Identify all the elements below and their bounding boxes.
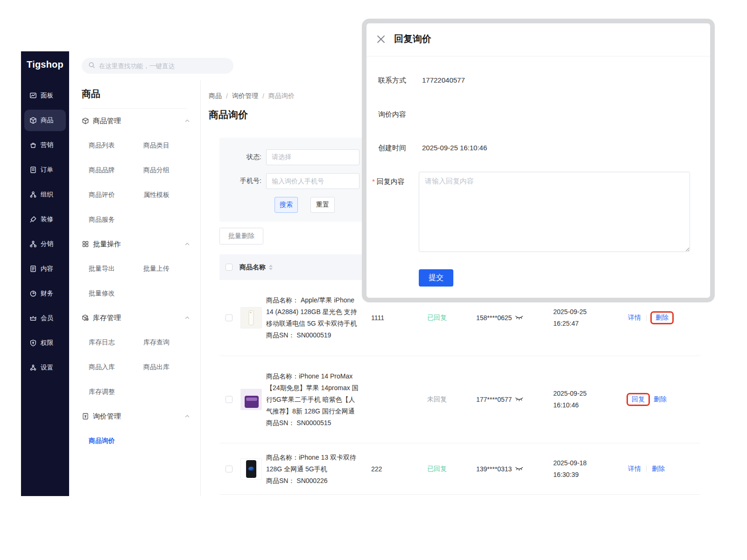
breadcrumb: 商品 / 询价管理 / 商品询价 (209, 92, 295, 100)
submit-button[interactable]: 提交 (419, 269, 453, 287)
search-button[interactable]: 搜索 (275, 197, 298, 213)
created-time-label: 创建时间 (378, 144, 412, 153)
crown-icon (29, 315, 37, 322)
sidebar-item-content[interactable]: 内容 (24, 258, 66, 280)
submenu-title: 商品 (82, 88, 200, 100)
column-header-product-name: 商品名称 (240, 263, 266, 272)
product-thumbnail (240, 307, 262, 329)
inquiry-count: 1111 (371, 314, 384, 322)
phone-input[interactable] (272, 177, 354, 185)
actions-cell: 回复 删除 (628, 395, 667, 404)
delete-link[interactable]: 删除 (652, 465, 665, 473)
divider (646, 315, 647, 321)
bulk-delete-button[interactable]: 批量删除 (219, 228, 263, 245)
reset-button[interactable]: 重置 (310, 197, 335, 213)
sidebar-item-organization[interactable]: 组织 (24, 184, 66, 205)
submenu-item-batch-modify[interactable]: 批量修改 (89, 281, 143, 306)
contact-label: 联系方式 (378, 76, 412, 85)
submenu-section-inquiry-management[interactable]: 询价管理 (82, 404, 190, 428)
submenu-section-product-management[interactable]: 商品管理 (82, 109, 190, 133)
page-title: 商品询价 (209, 108, 248, 121)
required-asterisk: * (372, 177, 375, 185)
box-gear-icon (82, 314, 89, 322)
delete-link-annotated[interactable]: 删除 (650, 311, 674, 324)
submenu-item-product-outbound[interactable]: 商品出库 (143, 355, 200, 379)
close-icon[interactable] (376, 34, 386, 44)
app-logo[interactable]: Tigshop (21, 51, 69, 77)
delete-link[interactable]: 删除 (654, 395, 667, 404)
status-select[interactable]: 请选择 (266, 149, 359, 165)
product-sn: 商品SN： SN0000515 (266, 417, 359, 429)
submenu-item-product-brands[interactable]: 商品品牌 (89, 158, 143, 182)
sidebar-item-distribution[interactable]: 分销 (24, 233, 66, 255)
row-checkbox[interactable] (226, 396, 233, 403)
search-icon (88, 62, 95, 70)
breadcrumb-inquiry-management[interactable]: 询价管理 (232, 92, 258, 100)
sidebar-item-decoration[interactable]: 装修 (24, 209, 66, 230)
sidebar-item-marketing[interactable]: 营销 (24, 134, 66, 156)
submenu-item-product-inquiry[interactable]: 商品询价 (89, 428, 143, 453)
reply-content-label: 回复内容 (377, 177, 410, 186)
sidebar-item-label: 设置 (41, 364, 53, 372)
status-badge: 未回复 (427, 395, 447, 404)
submenu-item-inventory-query[interactable]: 库存查询 (143, 330, 200, 355)
global-search-input[interactable] (99, 63, 227, 70)
reply-content-textarea[interactable] (419, 172, 690, 252)
submenu-item-inventory-log[interactable]: 库存日志 (89, 330, 143, 355)
sidebar-item-settings[interactable]: 设置 (24, 357, 66, 378)
sidebar-item-label: 会员 (41, 314, 53, 322)
table-row: 商品名称：iPhone 14 ProMax【24期免息】苹果 14promax … (219, 356, 700, 443)
sidebar-item-finance[interactable]: 财务 (24, 283, 66, 304)
submenu-item-product-reviews[interactable]: 商品评价 (89, 182, 143, 207)
submenu-item-product-list[interactable]: 商品列表 (89, 133, 143, 158)
eye-closed-icon[interactable] (515, 315, 523, 320)
time-cell: 2025-09-25 16:10:46 (553, 388, 587, 411)
sort-icon[interactable] (269, 265, 273, 270)
submenu-item-product-services[interactable]: 商品服务 (89, 207, 143, 232)
status-badge: 已回复 (427, 314, 447, 322)
detail-link[interactable]: 详情 (628, 465, 641, 473)
sidebar-item-label: 分销 (41, 240, 53, 248)
sidebar-item-members[interactable]: 会员 (24, 308, 66, 329)
time-cell: 2025-09-25 16:25:47 (553, 306, 587, 329)
submenu-items: 商品列表 商品类目 商品品牌 商品分组 商品评价 属性模板 商品服务 (89, 133, 200, 232)
sidebar-item-label: 权限 (41, 339, 53, 347)
row-checkbox[interactable] (226, 465, 233, 472)
sidebar-item-dashboard[interactable]: 面板 (24, 85, 66, 106)
secondary-sidebar: 商品 商品管理 商品列表 商品类目 商品品牌 商品分组 商品评价 属性模板 商品… (69, 80, 201, 496)
row-checkbox[interactable] (226, 315, 233, 322)
submenu-item-product-categories[interactable]: 商品类目 (143, 133, 200, 158)
org-nodes-icon (29, 191, 37, 198)
inquiry-count: 222 (371, 465, 382, 473)
submenu-item-product-inbound[interactable]: 商品入库 (89, 355, 143, 379)
grid-squares-icon (82, 240, 89, 248)
eye-closed-icon[interactable] (515, 397, 523, 402)
select-all-checkbox[interactable] (226, 264, 233, 271)
chevron-up-icon (184, 241, 190, 247)
submenu-item-batch-export[interactable]: 批量导出 (89, 256, 143, 281)
shield-key-icon (29, 339, 37, 347)
detail-link[interactable]: 详情 (628, 314, 641, 322)
actions-cell: 详情 删除 (628, 314, 672, 322)
submenu-section-inventory-management[interactable]: 库存管理 (82, 306, 190, 330)
sidebar-item-orders[interactable]: 订单 (24, 159, 66, 181)
global-search[interactable] (82, 58, 233, 74)
submenu-item-product-groups[interactable]: 商品分组 (143, 158, 200, 182)
sidebar-item-label: 组织 (41, 190, 53, 199)
sidebar-item-products[interactable]: 商品 (24, 110, 66, 131)
reply-link-annotated[interactable]: 回复 (627, 393, 650, 406)
product-thumbnail (240, 389, 262, 410)
sidebar-item-permissions[interactable]: 权限 (24, 332, 66, 354)
submenu-section-batch-operations[interactable]: 批量操作 (82, 232, 190, 256)
submenu-item-inventory-adjust[interactable]: 库存调整 (89, 379, 143, 404)
breadcrumb-products[interactable]: 商品 (209, 92, 222, 100)
eye-closed-icon[interactable] (515, 467, 523, 471)
sidebar-item-label: 营销 (41, 141, 53, 149)
submenu-item-attribute-templates[interactable]: 属性模板 (143, 182, 200, 207)
contact-value: 17722040577 (422, 76, 465, 84)
chevron-up-icon (184, 413, 190, 419)
phone-cell: 177****0577 (476, 396, 523, 403)
submenu-item-batch-upload[interactable]: 批量上传 (143, 256, 200, 281)
doc-yen-icon (82, 413, 89, 420)
share-nodes-icon (29, 240, 37, 248)
